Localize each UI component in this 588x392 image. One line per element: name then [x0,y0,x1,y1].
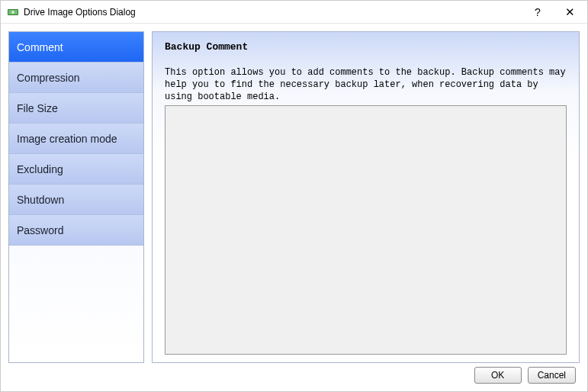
help-button[interactable]: ? [522,1,553,23]
dialog-body: Comment Compression File Size Image crea… [1,24,587,363]
button-label: OK [491,370,504,381]
panel-description: This option allows you to add comments t… [165,66,567,104]
sidebar-item-image-creation-mode[interactable]: Image creation mode [9,124,143,154]
sidebar-item-label: Image creation mode [17,133,117,145]
svg-point-2 [11,11,14,14]
sidebar-item-password[interactable]: Password [9,215,143,246]
sidebar-item-file-size[interactable]: File Size [9,93,143,124]
sidebar-item-label: Comment [17,41,63,53]
sidebar-item-label: Password [17,224,63,236]
panel-title: Backup Comment [165,41,567,53]
sidebar-item-label: Shutdown [17,194,64,206]
dialog-footer: OK Cancel [1,365,587,386]
ok-button[interactable]: OK [474,367,522,384]
sidebar-item-compression[interactable]: Compression [9,63,143,93]
sidebar-item-label: File Size [17,102,58,114]
close-button[interactable]: ✕ [553,1,587,23]
cancel-button[interactable]: Cancel [528,367,576,384]
sidebar-item-comment[interactable]: Comment [9,32,143,63]
titlebar: Drive Image Options Dialog ? ✕ [1,1,587,24]
button-label: Cancel [538,370,566,381]
backup-comment-input[interactable] [165,105,567,355]
sidebar-item-label: Excluding [17,163,63,175]
sidebar-item-excluding[interactable]: Excluding [9,154,143,185]
app-icon [7,6,19,18]
sidebar-item-shutdown[interactable]: Shutdown [9,185,143,215]
window-title: Drive Image Options Dialog [24,7,522,18]
sidebar-item-label: Compression [17,72,79,84]
sidebar: Comment Compression File Size Image crea… [8,31,144,363]
content-panel: Backup Comment This option allows you to… [152,31,580,363]
